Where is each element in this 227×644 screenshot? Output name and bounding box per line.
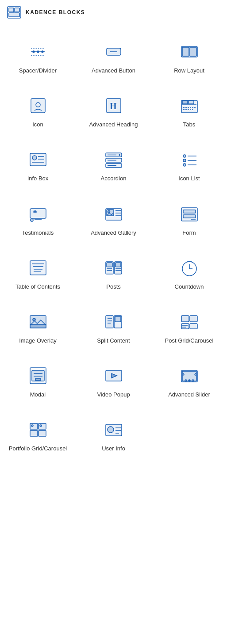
svg-rect-101	[30, 431, 38, 436]
advanced-slider-icon	[180, 366, 199, 385]
block-item-advanced-gallery[interactable]: Advanced Gallery	[76, 192, 151, 246]
block-item-modal[interactable]: Modal	[0, 354, 76, 408]
spacer-divider-icon	[28, 42, 48, 61]
advanced-button-label: Advanced Button	[92, 67, 135, 75]
video-popup-icon	[104, 366, 123, 385]
table-of-contents-label: Table of Contents	[15, 283, 60, 291]
block-item-accordion[interactable]: Accordion	[76, 137, 151, 191]
block-item-advanced-slider[interactable]: Advanced Slider	[151, 354, 227, 408]
advanced-heading-icon: H	[104, 96, 123, 115]
split-content-label: Split Content	[97, 337, 130, 345]
svg-point-37	[183, 155, 186, 157]
post-grid-carousel-icon	[180, 312, 199, 332]
svg-point-7	[42, 51, 43, 53]
icon-label: Icon	[32, 121, 43, 129]
block-item-testimonials[interactable]: ❝ Testimonials	[0, 192, 76, 246]
svg-rect-2	[15, 8, 19, 12]
svg-point-103	[31, 425, 33, 427]
svg-rect-22	[189, 100, 194, 104]
info-box-icon	[28, 150, 48, 169]
advanced-button-icon	[104, 42, 123, 61]
block-item-icon-list[interactable]: Icon List	[151, 137, 227, 191]
user-info-icon	[104, 420, 123, 439]
posts-label: Posts	[106, 283, 121, 291]
svg-rect-74	[30, 324, 46, 328]
svg-point-97	[189, 380, 190, 381]
svg-point-27	[32, 156, 37, 160]
advanced-gallery-label: Advanced Gallery	[91, 229, 136, 237]
info-box-label: Info Box	[27, 175, 49, 183]
svg-text:H: H	[110, 101, 117, 111]
svg-point-5	[33, 51, 35, 53]
svg-point-49	[108, 210, 110, 213]
icon-icon	[28, 96, 48, 115]
block-item-image-overlay[interactable]: Image Overlay	[0, 300, 76, 354]
testimonials-icon: ❝	[28, 204, 48, 224]
row-layout-icon	[180, 42, 199, 61]
block-item-row-layout[interactable]: Row Layout	[151, 30, 227, 84]
svg-point-106	[108, 427, 114, 433]
svg-rect-84	[190, 324, 197, 329]
advanced-slider-label: Advanced Slider	[168, 391, 210, 399]
block-item-video-popup[interactable]: Video Popup	[76, 354, 151, 408]
countdown-icon	[180, 258, 199, 278]
modal-label: Modal	[30, 391, 46, 399]
svg-rect-3	[9, 13, 19, 17]
svg-rect-102	[38, 431, 46, 436]
tabs-icon	[180, 96, 199, 115]
table-of-contents-icon	[28, 258, 48, 278]
svg-rect-75	[106, 316, 113, 328]
svg-rect-81	[181, 316, 189, 322]
svg-rect-15	[190, 47, 196, 56]
block-item-countdown[interactable]: Countdown	[151, 246, 227, 300]
svg-rect-83	[181, 324, 189, 329]
image-overlay-label: Image Overlay	[19, 337, 57, 345]
icon-list-icon	[180, 150, 199, 169]
svg-point-73	[33, 318, 35, 321]
accordion-icon	[104, 150, 123, 169]
form-label: Form	[182, 229, 196, 237]
svg-rect-54	[183, 210, 196, 213]
icon-list-label: Icon List	[178, 175, 200, 183]
post-grid-carousel-label: Post Grid/Carousel	[165, 337, 214, 345]
svg-rect-91	[35, 378, 41, 381]
svg-rect-100	[38, 423, 46, 429]
spacer-divider-label: Spacer/Divider	[19, 67, 57, 75]
form-icon	[180, 204, 199, 224]
block-item-icon[interactable]: Icon	[0, 84, 76, 137]
svg-rect-21	[182, 100, 188, 104]
svg-point-45	[31, 219, 33, 221]
block-item-post-grid-carousel[interactable]: Post Grid/Carousel	[151, 300, 227, 354]
block-item-portfolio-grid-carousel[interactable]: Portfolio Grid/Carousel	[0, 408, 76, 461]
svg-point-104	[40, 425, 42, 427]
svg-point-41	[183, 164, 186, 166]
user-info-label: User Info	[102, 445, 125, 453]
countdown-label: Countdown	[175, 283, 204, 291]
svg-point-6	[37, 51, 39, 53]
posts-icon	[104, 258, 123, 278]
svg-rect-16	[31, 99, 45, 113]
tabs-label: Tabs	[183, 121, 195, 129]
block-item-table-of-contents[interactable]: Table of Contents	[0, 246, 76, 300]
header: KADENCE BLOCKS	[0, 0, 227, 25]
block-item-advanced-button[interactable]: Advanced Button	[76, 30, 151, 84]
svg-point-98	[192, 380, 194, 381]
kadence-logo	[7, 6, 21, 19]
block-item-tabs[interactable]: Tabs	[151, 84, 227, 137]
svg-point-39	[183, 159, 186, 162]
block-item-user-info[interactable]: User Info	[76, 408, 151, 461]
block-item-spacer-divider[interactable]: Spacer/Divider	[0, 30, 76, 84]
block-item-advanced-heading[interactable]: H Advanced Heading	[76, 84, 151, 137]
modal-icon	[28, 366, 48, 385]
block-item-posts[interactable]: Posts	[76, 246, 151, 300]
advanced-gallery-icon	[104, 204, 123, 224]
testimonials-label: Testimonials	[22, 229, 54, 237]
block-item-form[interactable]: Form	[151, 192, 227, 246]
svg-rect-63	[107, 263, 112, 267]
svg-rect-14	[182, 47, 189, 56]
svg-point-96	[185, 380, 187, 381]
block-item-split-content[interactable]: Split Content	[76, 300, 151, 354]
row-layout-label: Row Layout	[174, 67, 204, 75]
block-item-info-box[interactable]: Info Box	[0, 137, 76, 191]
svg-text:❝: ❝	[33, 209, 37, 217]
